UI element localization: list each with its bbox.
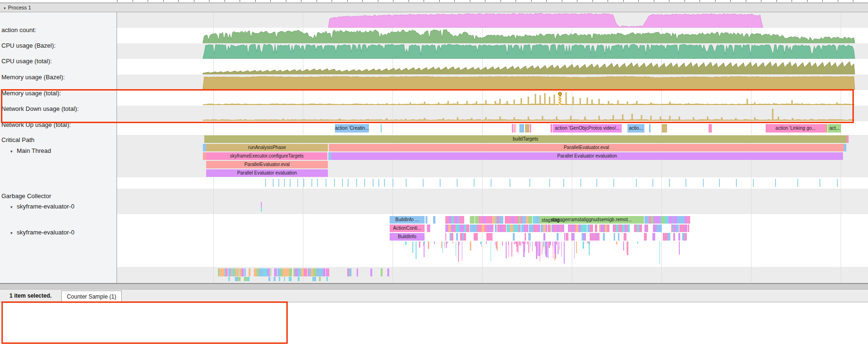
slice[interactable] — [709, 124, 712, 133]
slice-buildinfo-[interactable]: BuildInfo ... — [390, 216, 425, 224]
gc-event-tick[interactable] — [719, 179, 720, 187]
gc-event-tick[interactable] — [334, 179, 335, 187]
burst-slice[interactable] — [473, 225, 477, 232]
gc-event-tick[interactable] — [278, 179, 279, 187]
burst-slice[interactable] — [249, 268, 250, 276]
burst-slice[interactable] — [426, 216, 427, 224]
burst-slice[interactable] — [492, 225, 493, 232]
burst-slice[interactable] — [228, 268, 232, 276]
slice-buildtargets[interactable]: buildTargets — [204, 135, 847, 143]
burst-slice[interactable] — [678, 233, 680, 241]
slice[interactable] — [381, 124, 382, 133]
burst-slice[interactable] — [464, 233, 466, 241]
gc-event-tick[interactable] — [529, 179, 530, 187]
burst-slice[interactable] — [628, 225, 630, 232]
burst-slice[interactable] — [387, 268, 389, 276]
gc-event-tick[interactable] — [440, 179, 441, 187]
burst-slice[interactable] — [289, 268, 292, 276]
burst-slice[interactable] — [492, 216, 496, 224]
slice-runanalysisphase[interactable]: runAnalysisPhase — [206, 144, 328, 151]
burst-slice[interactable] — [460, 225, 463, 232]
slice[interactable] — [551, 124, 552, 133]
burst-slice[interactable] — [470, 225, 473, 232]
burst-slice[interactable] — [478, 225, 482, 232]
burst-slice[interactable] — [624, 233, 626, 241]
burst-slice[interactable] — [268, 277, 270, 281]
burst-slice[interactable] — [357, 268, 358, 276]
counter-chart-memory-usage-total-[interactable] — [117, 75, 868, 90]
gc-event-tick[interactable] — [596, 179, 597, 187]
gc-event-tick[interactable] — [303, 179, 304, 187]
slice-action-linking-go-[interactable]: action 'Linking go... — [766, 124, 826, 133]
gc-event-tick[interactable] — [326, 179, 326, 187]
sidebar-item-skyframe-evaluator-0[interactable]: ▾skyframe-evaluator-0 — [10, 229, 75, 236]
gc-event-tick[interactable] — [703, 179, 704, 187]
burst-slice[interactable] — [350, 268, 351, 276]
burst-slice[interactable] — [534, 225, 537, 232]
burst-slice[interactable] — [684, 233, 687, 241]
gc-event-tick[interactable] — [685, 179, 686, 187]
burst-slice[interactable] — [510, 225, 513, 232]
burst-slice[interactable] — [513, 233, 515, 241]
collapse-arrow-icon[interactable]: ▾ — [10, 149, 13, 154]
gc-event-tick[interactable] — [837, 179, 838, 187]
gc-event-tick[interactable] — [423, 179, 424, 187]
gc-event-tick[interactable] — [652, 179, 653, 187]
gc-event-tick[interactable] — [509, 179, 510, 187]
gc-event-tick[interactable] — [342, 179, 343, 187]
burst-slice[interactable] — [499, 216, 503, 224]
slice[interactable] — [203, 152, 206, 160]
slice-parallel-evaluator-evaluation[interactable]: Parallel Evaluator evaluation — [331, 152, 843, 160]
burst-slice[interactable] — [557, 233, 559, 241]
burst-slice[interactable] — [525, 233, 526, 241]
gc-event-tick[interactable] — [392, 179, 393, 187]
burst-slice[interactable] — [668, 233, 670, 241]
burst-slice[interactable] — [674, 233, 675, 241]
burst-slice[interactable] — [295, 268, 298, 276]
slice[interactable] — [844, 144, 846, 151]
gc-event-tick[interactable] — [290, 179, 291, 187]
burst-slice[interactable] — [591, 225, 593, 232]
burst-slice[interactable] — [244, 268, 246, 276]
slice[interactable] — [649, 124, 651, 133]
burst-slice[interactable] — [248, 277, 250, 281]
gc-event-tick[interactable] — [580, 179, 581, 187]
slice[interactable] — [261, 208, 262, 212]
slice[interactable] — [514, 124, 515, 133]
burst-slice[interactable] — [279, 277, 280, 281]
gc-event-tick[interactable] — [317, 179, 318, 187]
burst-slice[interactable] — [445, 216, 449, 224]
gc-event-tick[interactable] — [775, 179, 776, 187]
slice[interactable] — [826, 124, 827, 133]
burst-slice[interactable] — [603, 233, 605, 241]
burst-slice[interactable] — [289, 277, 291, 281]
slice-action-genobjcprotos-video-[interactable]: action 'GenObjcProtos video/... — [553, 124, 622, 133]
burst-slice[interactable] — [522, 216, 526, 224]
gc-event-tick[interactable] — [273, 179, 274, 187]
burst-slice[interactable] — [647, 225, 648, 232]
burst-slice[interactable] — [270, 268, 271, 276]
gc-event-tick[interactable] — [364, 179, 365, 187]
slice[interactable] — [515, 124, 516, 133]
slice[interactable] — [512, 124, 513, 133]
counter-chart-memory-usage-bazel-[interactable] — [117, 59, 868, 75]
burst-slice[interactable] — [618, 225, 622, 232]
slice[interactable] — [847, 135, 849, 143]
burst-slice[interactable] — [573, 233, 575, 241]
burst-slice[interactable] — [528, 233, 531, 241]
burst-slice[interactable] — [687, 216, 690, 224]
burst-slice[interactable] — [656, 216, 659, 224]
burst-slice[interactable] — [659, 225, 662, 232]
burst-slice[interactable] — [284, 277, 285, 281]
gc-event-tick[interactable] — [457, 179, 458, 187]
burst-slice[interactable] — [535, 216, 539, 224]
burst-slice[interactable] — [514, 216, 518, 224]
burst-slice[interactable] — [598, 233, 600, 241]
burst-slice[interactable] — [521, 225, 525, 232]
burst-slice[interactable] — [654, 225, 657, 232]
burst-slice[interactable] — [238, 277, 241, 281]
burst-slice[interactable] — [456, 233, 458, 241]
burst-slice[interactable] — [513, 225, 517, 232]
panel-divider[interactable] — [0, 283, 868, 290]
slice[interactable] — [261, 202, 262, 208]
